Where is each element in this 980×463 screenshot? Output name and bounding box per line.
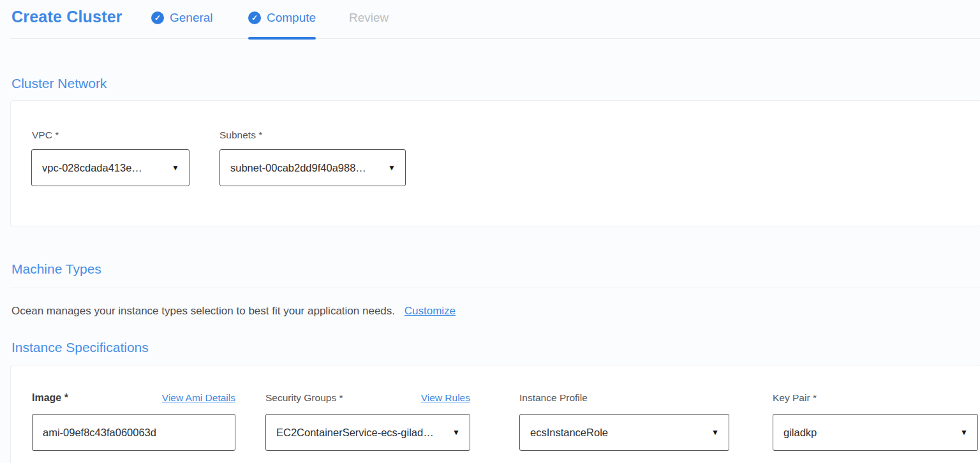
machine-types-heading: Machine Types <box>11 261 101 277</box>
instance-profile-label: Instance Profile <box>519 392 588 404</box>
create-cluster-page: Create Cluster ✓ General ✓ Compute Revie… <box>0 0 980 463</box>
subnets-select[interactable]: subnet-00cab2dd9f40a988… ▼ <box>219 149 406 186</box>
chevron-down-icon: ▼ <box>172 163 179 172</box>
key-pair-field-header: Key Pair * <box>773 392 978 404</box>
security-groups-field-header: Security Groups * View Rules <box>265 392 470 404</box>
instance-profile-field-header: Instance Profile <box>519 392 729 404</box>
security-groups-select[interactable]: EC2ContainerService-ecs-gilad… ▼ <box>265 414 470 451</box>
customize-link[interactable]: Customize <box>405 305 456 317</box>
machine-types-divider <box>10 288 980 288</box>
machine-types-description-row: Ocean manages your instance types select… <box>11 305 456 318</box>
subnets-select-value: subnet-00cab2dd9f40a988… <box>230 162 366 174</box>
subnets-label: Subnets * <box>219 129 262 141</box>
tab-review-label: Review <box>349 11 389 25</box>
image-label: Image * <box>32 392 68 404</box>
tab-compute[interactable]: ✓ Compute <box>248 11 316 25</box>
tab-review[interactable]: Review <box>349 11 389 25</box>
vpc-select[interactable]: vpc-028cdada413e… ▼ <box>31 149 189 186</box>
check-circle-icon: ✓ <box>151 11 164 24</box>
key-pair-select-value: giladkp <box>783 427 817 439</box>
vpc-select-value: vpc-028cdada413e… <box>42 162 142 174</box>
machine-types-description: Ocean manages your instance types select… <box>11 305 395 317</box>
header-divider <box>10 38 980 39</box>
check-circle-icon: ✓ <box>248 11 261 24</box>
key-pair-select[interactable]: giladkp ▼ <box>773 414 978 451</box>
key-pair-label: Key Pair * <box>773 392 817 404</box>
instance-profile-select-value: ecsInstanceRole <box>530 427 608 439</box>
view-rules-link[interactable]: View Rules <box>421 392 470 404</box>
tab-compute-label: Compute <box>267 11 316 25</box>
security-groups-label: Security Groups * <box>265 392 343 404</box>
tab-general-label: General <box>170 11 213 25</box>
page-title: Create Cluster <box>11 8 122 26</box>
image-input-wrapper <box>32 414 235 451</box>
instance-profile-select[interactable]: ecsInstanceRole ▼ <box>519 414 729 451</box>
vpc-label: VPC * <box>32 129 59 141</box>
cluster-network-heading: Cluster Network <box>11 76 107 91</box>
image-input[interactable] <box>43 427 225 439</box>
chevron-down-icon: ▼ <box>452 428 460 437</box>
chevron-down-icon: ▼ <box>388 163 396 172</box>
instance-specifications-heading: Instance Specifications <box>11 340 149 355</box>
view-ami-details-link[interactable]: View Ami Details <box>162 392 235 404</box>
chevron-down-icon: ▼ <box>960 428 968 437</box>
image-field-header: Image * View Ami Details <box>32 392 235 404</box>
active-tab-indicator <box>248 37 316 40</box>
tab-general[interactable]: ✓ General <box>151 11 213 25</box>
chevron-down-icon: ▼ <box>711 428 719 437</box>
security-groups-select-value: EC2ContainerService-ecs-gilad… <box>276 427 434 439</box>
